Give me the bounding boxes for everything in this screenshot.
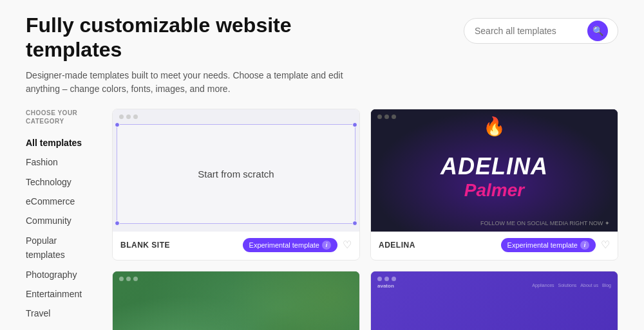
sidebar-item-photography[interactable]: Photography — [26, 265, 97, 284]
flame-icon: 🔥 — [483, 116, 506, 137]
dot2 — [126, 115, 131, 119]
nav-1: Appliances — [532, 283, 554, 289]
social-text: FOLLOW ME ON SOCIAL MEDIA RIGHT NOW ✦ — [480, 220, 610, 226]
leaf-decoration — [211, 271, 359, 330]
nav-3: About us — [580, 283, 598, 289]
card-name-blank: BLANK SITE — [120, 241, 170, 250]
sidebar-item-entertainment[interactable]: Entertainment — [26, 284, 97, 304]
dot-a2 — [384, 115, 389, 119]
nav-2: Solutions — [558, 283, 577, 289]
dots-row-marcia — [113, 271, 144, 286]
blank-canvas: BLANK SITE Start from scratch — [117, 124, 355, 224]
card-name-adelina: ADELINA — [379, 241, 415, 250]
template-preview-autodose[interactable]: avaton Appliances Solutions About us Blo… — [371, 271, 618, 330]
marcia-background: Marcia Cocco — [113, 271, 359, 330]
sidebar: CHOOSE YOUR CATEGORY All templates Fashi… — [26, 109, 97, 330]
sidebar-item-technology[interactable]: Technology — [26, 172, 97, 192]
nav-links: Appliances Solutions About us Blog — [532, 283, 611, 289]
sidebar-item-fashion[interactable]: Fashion — [26, 152, 97, 172]
card-footer-adelina: ADELINA Experimental template i ♡ — [371, 232, 618, 259]
nav-4: Blog — [602, 283, 611, 289]
dot-m2 — [126, 277, 131, 281]
page-title: Fully customizable website templates — [26, 13, 374, 62]
dot-m3 — [133, 277, 138, 281]
adelina-name1: ADELINA — [440, 153, 548, 180]
search-input[interactable] — [475, 26, 587, 36]
sidebar-item-restaurants[interactable]: Restaurants — [26, 324, 97, 330]
search-icon: 🔍 — [592, 26, 603, 36]
card-footer-blank: BLANK SITE Experimental template i ♡ — [113, 232, 359, 259]
templates-grid: BLANK SITE Start from scratch BLANK SITE… — [112, 109, 618, 330]
dot1 — [119, 115, 124, 119]
sidebar-item-popular[interactable]: Popular templates — [26, 231, 97, 265]
autodose-nav: avaton Appliances Solutions About us Blo… — [371, 283, 618, 289]
header: Fully customizable website templates Des… — [26, 13, 618, 96]
sidebar-item-ecommerce[interactable]: eCommerce — [26, 192, 97, 211]
template-card-blank: BLANK SITE Start from scratch BLANK SITE… — [112, 109, 360, 261]
sidebar-item-travel[interactable]: Travel — [26, 304, 97, 323]
experimental-badge-blank: Experimental template i — [243, 238, 337, 252]
sidebar-category-label: CHOOSE YOUR CATEGORY — [26, 109, 97, 125]
info-icon-blank[interactable]: i — [322, 241, 331, 250]
dot3 — [133, 115, 138, 119]
badge-label-blank: Experimental template — [249, 241, 319, 249]
avaton-logo: avaton — [377, 283, 394, 289]
autodose-background: Always right with AutoDose! 🫙 — [371, 271, 618, 330]
info-icon-adelina[interactable]: i — [580, 241, 589, 250]
card-actions-blank: Experimental template i ♡ — [243, 238, 352, 252]
dot-d3 — [392, 277, 396, 281]
template-preview-marcia[interactable]: Marcia Cocco — [113, 271, 359, 330]
dot-a3 — [392, 115, 396, 119]
adelina-background: 🔥 ADELINA Palmer FOLLOW ME ON SOCIAL MED… — [371, 109, 618, 232]
dots-row-adelina — [371, 109, 402, 124]
header-left: Fully customizable website templates Des… — [26, 13, 374, 96]
template-card-autodose: avaton Appliances Solutions About us Blo… — [370, 271, 618, 330]
adelina-social-icons: FOLLOW ME ON SOCIAL MEDIA RIGHT NOW ✦ — [480, 220, 610, 226]
dot-d1 — [377, 277, 382, 281]
adelina-text-block: ADELINA Palmer — [440, 153, 548, 201]
sidebar-item-all[interactable]: All templates — [26, 133, 97, 152]
search-button[interactable]: 🔍 — [587, 21, 608, 41]
page-container: Fully customizable website templates Des… — [0, 0, 644, 330]
corner-dot-bl — [115, 221, 120, 226]
corner-dot-br — [352, 221, 357, 226]
adelina-name2: Palmer — [464, 180, 524, 200]
corner-dot-tr — [352, 122, 357, 127]
template-card-adelina: 🔥 ADELINA Palmer FOLLOW ME ON SOCIAL MED… — [370, 109, 618, 261]
search-bar: 🔍 — [464, 18, 618, 44]
start-text: Start from scratch — [198, 169, 274, 179]
dot-d2 — [384, 277, 389, 281]
template-preview-blank[interactable]: BLANK SITE Start from scratch — [113, 109, 359, 232]
favorite-button-adelina[interactable]: ♡ — [601, 239, 610, 251]
favorite-button-blank[interactable]: ♡ — [343, 239, 352, 251]
template-card-marcia: Marcia Cocco MARCIA COCCO ♡ — [112, 271, 360, 330]
dot-m1 — [119, 277, 124, 281]
template-preview-adelina[interactable]: 🔥 ADELINA Palmer FOLLOW ME ON SOCIAL MED… — [371, 109, 618, 232]
corner-dot-tl — [115, 122, 120, 127]
sidebar-item-community[interactable]: Community — [26, 211, 97, 230]
experimental-badge-adelina: Experimental template i — [501, 238, 596, 252]
badge-label-adelina: Experimental template — [507, 241, 578, 249]
page-description: Designer-made templates built to meet yo… — [26, 69, 374, 96]
main-content: CHOOSE YOUR CATEGORY All templates Fashi… — [26, 109, 618, 330]
dot-a1 — [377, 115, 382, 119]
card-actions-adelina: Experimental template i ♡ — [501, 238, 610, 252]
